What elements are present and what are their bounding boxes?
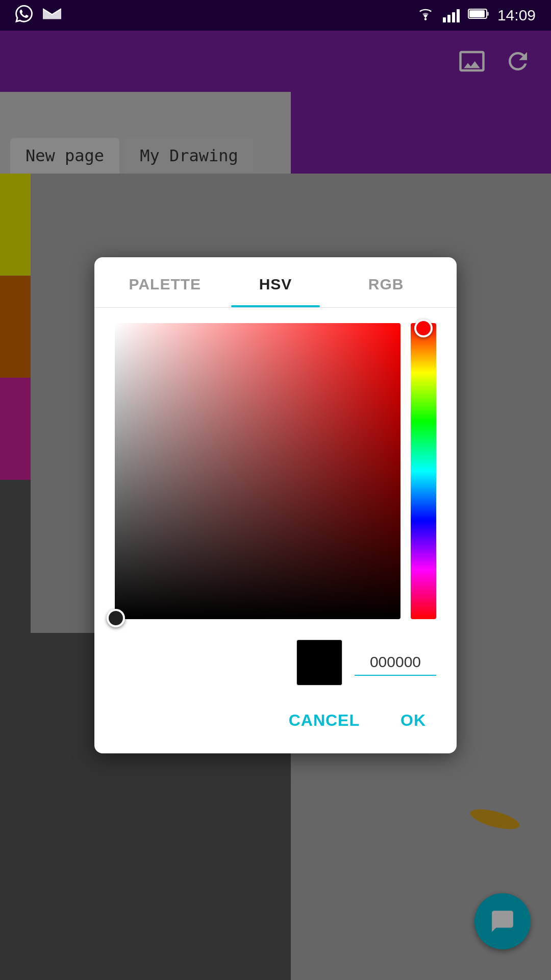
dialog-actions: CANCEL OK [94, 701, 457, 753]
gmail-icon [43, 7, 61, 24]
color-preview-swatch [296, 640, 342, 685]
hue-slider[interactable] [411, 323, 436, 619]
battery-icon [468, 7, 489, 23]
signal-icon [443, 8, 460, 22]
tab-palette[interactable]: PALETTE [110, 257, 220, 307]
time-display: 14:09 [497, 7, 536, 24]
dialog-body [94, 308, 457, 629]
sv-cursor[interactable] [107, 609, 125, 627]
hue-cursor[interactable] [414, 319, 433, 337]
hex-color-input[interactable]: 000000 [355, 649, 436, 676]
dialog-overlay: PALETTE HSV RGB [0, 31, 551, 980]
dialog-bottom-section: 000000 [94, 629, 457, 701]
status-bar-right: 14:09 [416, 7, 536, 24]
status-bar: 14:09 [0, 0, 551, 31]
svg-point-0 [424, 18, 427, 20]
color-picker-dialog: PALETTE HSV RGB [94, 257, 457, 753]
sv-square[interactable] [115, 323, 400, 619]
svg-rect-3 [469, 10, 485, 17]
svg-rect-2 [487, 12, 489, 16]
tab-rgb[interactable]: RGB [331, 257, 441, 307]
status-bar-left [15, 5, 61, 26]
whatsapp-icon [15, 5, 33, 26]
cancel-button[interactable]: CANCEL [279, 706, 370, 735]
dialog-tab-bar: PALETTE HSV RGB [94, 257, 457, 308]
wifi-icon [416, 7, 435, 24]
hsv-picker-container [115, 323, 436, 619]
ok-button[interactable]: OK [390, 706, 436, 735]
tab-hsv[interactable]: HSV [220, 257, 331, 307]
